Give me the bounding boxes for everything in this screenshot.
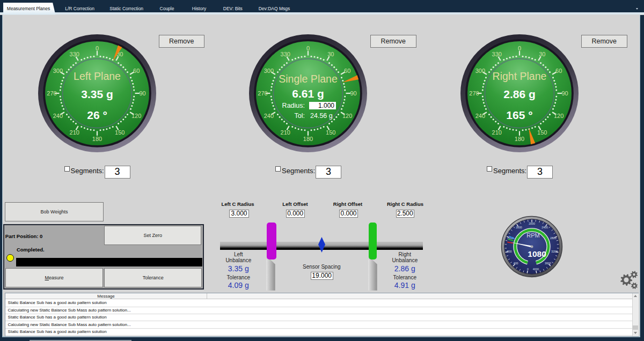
- svg-text:300: 300: [475, 68, 485, 74]
- svg-text:120: 120: [554, 113, 564, 119]
- svg-text:30: 30: [539, 51, 545, 57]
- svg-text:4000: 4000: [532, 268, 539, 271]
- svg-text:3200: 3200: [551, 250, 558, 253]
- svg-text:165 °: 165 °: [506, 109, 532, 121]
- svg-text:1600: 1600: [516, 226, 522, 229]
- svg-text:Right Plane: Right Plane: [493, 70, 547, 82]
- svg-text:6.61 g: 6.61 g: [292, 87, 324, 100]
- svg-text:0: 0: [518, 45, 521, 51]
- svg-text:210: 210: [281, 129, 290, 136]
- svg-text:26 °: 26 °: [87, 109, 107, 121]
- svg-text:3.35 g: 3.35 g: [81, 88, 113, 100]
- svg-text:Radius:: Radius:: [282, 102, 305, 109]
- svg-text:180: 180: [92, 136, 101, 142]
- svg-text:0: 0: [95, 45, 98, 51]
- svg-text:330: 330: [69, 51, 79, 57]
- svg-text:800: 800: [507, 250, 511, 253]
- svg-text:180: 180: [303, 136, 313, 142]
- svg-text:90: 90: [350, 90, 356, 97]
- svg-text:Tol:: Tol:: [295, 112, 305, 120]
- svg-text:330: 330: [281, 51, 290, 57]
- svg-text:270: 270: [258, 90, 267, 97]
- svg-text:60: 60: [133, 68, 140, 74]
- svg-text:0: 0: [306, 45, 310, 51]
- svg-text:150: 150: [115, 129, 125, 136]
- svg-text:Left Plane: Left Plane: [74, 70, 121, 82]
- svg-text:30: 30: [327, 51, 334, 57]
- svg-text:2.86 g: 2.86 g: [503, 88, 536, 100]
- svg-text:300: 300: [264, 68, 274, 74]
- svg-text:2000: 2000: [529, 222, 535, 225]
- svg-text:2800: 2800: [550, 236, 557, 240]
- svg-text:3600: 3600: [545, 262, 551, 265]
- svg-text:120: 120: [131, 113, 141, 119]
- svg-text:150: 150: [537, 129, 547, 136]
- svg-text:240: 240: [475, 113, 485, 119]
- svg-text:2400: 2400: [541, 226, 548, 229]
- svg-text:400: 400: [513, 262, 518, 265]
- svg-text:60: 60: [555, 68, 562, 74]
- svg-text:0: 0: [527, 268, 529, 271]
- svg-text:24.56 g: 24.56 g: [310, 112, 333, 120]
- svg-text:Single Plane: Single Plane: [279, 73, 338, 85]
- svg-text:180: 180: [515, 136, 524, 142]
- svg-text:210: 210: [69, 129, 79, 136]
- svg-text:90: 90: [561, 90, 568, 97]
- svg-text:150: 150: [326, 129, 335, 136]
- svg-text:210: 210: [492, 129, 502, 136]
- svg-text:1.000: 1.000: [318, 102, 334, 109]
- svg-text:90: 90: [139, 90, 145, 97]
- svg-text:240: 240: [264, 113, 274, 119]
- svg-text:270: 270: [469, 90, 479, 97]
- svg-text:300: 300: [53, 68, 62, 74]
- svg-text:RPM: RPM: [526, 232, 539, 239]
- svg-text:60: 60: [344, 68, 350, 74]
- svg-text:120: 120: [342, 113, 352, 119]
- svg-text:270: 270: [47, 90, 56, 97]
- svg-text:1080: 1080: [528, 249, 546, 258]
- svg-text:240: 240: [53, 113, 62, 119]
- svg-text:330: 330: [492, 51, 502, 57]
